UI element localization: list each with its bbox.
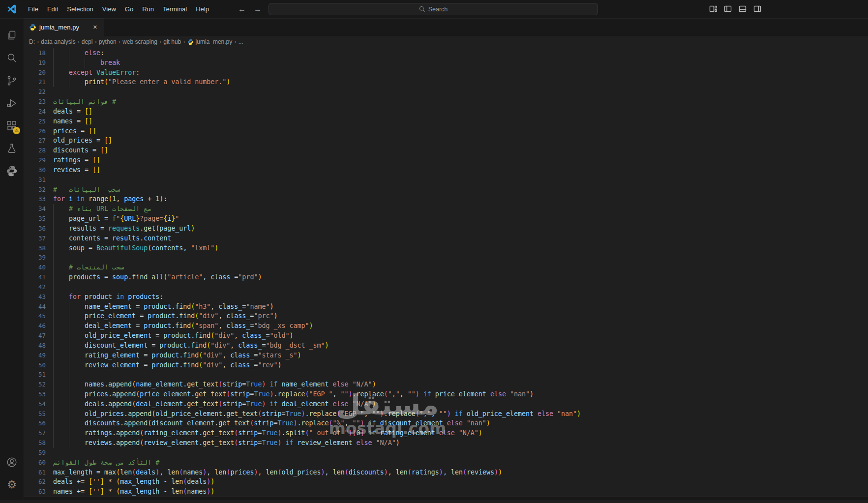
indent-guide	[53, 370, 54, 380]
menu-go[interactable]: Go	[120, 3, 138, 15]
code-line[interactable]: 19 break	[24, 58, 868, 68]
code-line[interactable]: 34 # بناء URL مع الصفحات	[24, 204, 868, 214]
menu-run[interactable]: Run	[138, 3, 158, 15]
activity-source-control[interactable]	[0, 69, 24, 92]
activity-settings[interactable]: ⚙	[0, 473, 24, 496]
code-line[interactable]: 33for i in range(1, pages + 1):	[24, 194, 868, 204]
activity-python[interactable]	[0, 160, 24, 182]
code-line[interactable]: 38 soup = BeautifulSoup(contents, "lxml"…	[24, 243, 868, 253]
indent-guide	[53, 48, 54, 58]
toggle-panel-icon[interactable]	[739, 5, 747, 13]
breadcrumb-item-2[interactable]: depi	[82, 38, 93, 45]
chevron-right-icon: ›	[234, 38, 237, 45]
code-line[interactable]: 51	[24, 370, 868, 380]
forward-arrow-icon[interactable]: →	[254, 5, 262, 14]
code-line[interactable]: 50 review_element = product.find("div", …	[24, 360, 868, 370]
menu-selection[interactable]: Selection	[62, 3, 97, 15]
code-line[interactable]: 45 price_element = product.find("div", c…	[24, 311, 868, 321]
menu-terminal[interactable]: Terminal	[158, 3, 191, 15]
code-line[interactable]: 46 deal_element = product.find("span", c…	[24, 321, 868, 331]
code-line[interactable]: 54 deals.append(deal_element.get_text(st…	[24, 399, 868, 409]
activity-extensions[interactable]: ⚠	[0, 115, 24, 137]
code-line[interactable]: 52 names.append(name_element.get_text(st…	[24, 380, 868, 389]
line-number: 49	[24, 351, 46, 360]
indent-guide	[53, 302, 54, 312]
command-center-search[interactable]: Search	[269, 3, 598, 15]
code-line[interactable]: 21 print("Please enter a valid number.")	[24, 77, 868, 87]
code-line[interactable]: 25names = []	[24, 117, 868, 126]
code-line[interactable]: 27old_prices = []	[24, 136, 868, 146]
breadcrumb-item-3[interactable]: python	[99, 38, 117, 45]
code-text: discount_element = product.find("div", c…	[53, 341, 868, 351]
line-number: 54	[24, 399, 46, 409]
code-line[interactable]: 22	[24, 87, 868, 97]
breadcrumb-item-7[interactable]: ...	[239, 38, 243, 45]
code-line[interactable]: 48 discount_element = product.find("div"…	[24, 341, 868, 351]
code-line[interactable]: 61max_length = max(len(deals), len(names…	[24, 468, 868, 477]
breadcrumb-item-1[interactable]: data analysis	[41, 38, 75, 45]
code-line[interactable]: 24deals = []	[24, 107, 868, 117]
code-line[interactable]: 56 discounts.append(discount_element.get…	[24, 418, 868, 428]
activity-testing[interactable]	[0, 137, 24, 160]
code-line[interactable]: 55 old_prices.append(old_price_element.g…	[24, 409, 868, 419]
breadcrumb-item-4[interactable]: web scraping	[122, 38, 157, 45]
code-line[interactable]: 31	[24, 175, 868, 185]
code-line[interactable]: 37 contents = results.content	[24, 234, 868, 243]
indent-guide	[53, 321, 54, 331]
code-line[interactable]: 40 # سحب المنتجات	[24, 263, 868, 272]
code-line[interactable]: 32# سحب البيانات	[24, 185, 868, 195]
code-line[interactable]: 18 else:	[24, 48, 868, 58]
chevron-right-icon: ›	[36, 38, 39, 45]
breadcrumb-item-0[interactable]: D:	[29, 38, 35, 45]
code-line[interactable]: 35 page_url = f"{URL}?page={i}"	[24, 214, 868, 224]
code-line[interactable]: 59	[24, 448, 868, 458]
search-icon	[6, 52, 18, 64]
menu-view[interactable]: View	[98, 3, 120, 15]
back-arrow-icon[interactable]: ←	[238, 5, 246, 14]
code-line[interactable]: 20 except ValueError:	[24, 68, 868, 78]
breadcrumb-item-5[interactable]: git hub	[163, 38, 181, 45]
code-line[interactable]: 39	[24, 253, 868, 263]
toggle-secondary-sidebar-icon[interactable]	[753, 5, 761, 13]
code-line[interactable]: 26prices = []	[24, 126, 868, 136]
menu-help[interactable]: Help	[191, 3, 213, 15]
breadcrumb-item-6[interactable]: jumia_men.py	[187, 38, 233, 45]
tab-jumia-men[interactable]: jumia_men.py ✕	[24, 19, 104, 36]
toggle-primary-sidebar-icon[interactable]	[724, 5, 732, 13]
source-control-icon	[6, 75, 18, 87]
code-line[interactable]: 58 reviews.append(review_element.get_tex…	[24, 438, 868, 448]
code-line[interactable]: 49 rating_element = product.find("div", …	[24, 351, 868, 360]
code-line[interactable]: 36 results = requests.get(page_url)	[24, 224, 868, 234]
code-text: rating_element = product.find("div", cla…	[53, 351, 868, 360]
code-line[interactable]: 63names += [''] * (max_length - len(name…	[24, 487, 868, 497]
code-line[interactable]: 62deals += [''] * (max_length - len(deal…	[24, 477, 868, 487]
code-line[interactable]: 43 for product in products:	[24, 292, 868, 302]
code-text: deals += [''] * (max_length - len(deals)…	[53, 477, 868, 487]
line-number: 25	[24, 117, 46, 126]
menu-file[interactable]: File	[24, 3, 43, 15]
code-line[interactable]: 42	[24, 282, 868, 292]
activity-accounts[interactable]	[0, 451, 24, 473]
activity-search[interactable]	[0, 47, 24, 69]
code-line[interactable]: 47 old_price_element = product.find("div…	[24, 331, 868, 341]
activity-run-and-debug[interactable]	[0, 92, 24, 115]
code-editor[interactable]: 18 else:19 break20 except ValueError:21 …	[24, 47, 868, 497]
code-line[interactable]: 28discounts = []	[24, 146, 868, 155]
indent-guide	[53, 272, 54, 282]
code-line[interactable]: 53 prices.append(price_element.get_text(…	[24, 389, 868, 399]
customize-layout-icon[interactable]	[709, 5, 717, 13]
code-line[interactable]: 57 ratings.append(rating_element.get_tex…	[24, 428, 868, 438]
close-icon[interactable]: ✕	[91, 24, 99, 31]
line-number: 34	[24, 204, 46, 214]
indent-guide	[53, 351, 54, 360]
activity-explorer[interactable]	[0, 24, 24, 47]
code-line[interactable]: 29ratings = []	[24, 155, 868, 165]
code-line[interactable]: 60# التأكد من صحة طول القوائم	[24, 458, 868, 468]
code-line[interactable]: 44 name_element = product.find("h3", cla…	[24, 302, 868, 312]
code-line[interactable]: 41 products = soup.find_all("article", c…	[24, 272, 868, 282]
indent-guide	[53, 253, 54, 263]
code-line[interactable]: 23# قوائم البيانات	[24, 97, 868, 107]
line-number: 45	[24, 311, 46, 321]
menu-edit[interactable]: Edit	[43, 3, 62, 15]
code-line[interactable]: 30reviews = []	[24, 165, 868, 175]
